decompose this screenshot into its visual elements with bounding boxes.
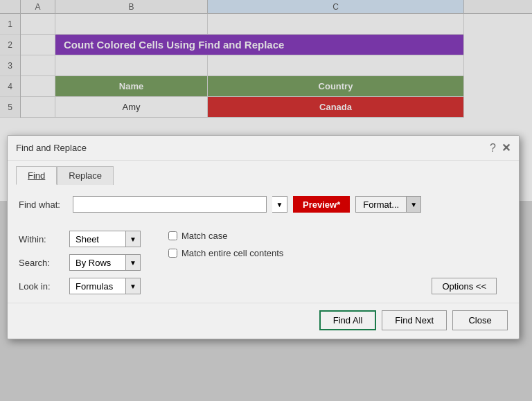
find-next-button[interactable]: Find Next [382, 310, 447, 330]
options-left: Within: Sheet ▼ Search: By Rows ▼ Look i… [19, 231, 141, 294]
search-select[interactable]: By Rows ▼ [69, 254, 141, 271]
find-what-input[interactable] [73, 196, 267, 213]
look-in-row: Look in: Formulas ▼ [19, 278, 141, 294]
match-case-label: Match case [181, 231, 227, 241]
look-in-value: Formulas [70, 281, 125, 292]
form-area: Find what: ▼ Preview* Format... ▼ [8, 185, 519, 231]
look-in-arrow-icon: ▼ [125, 278, 140, 294]
close-button[interactable]: Close [452, 310, 508, 330]
options-area: Within: Sheet ▼ Search: By Rows ▼ Look i… [8, 231, 519, 303]
search-value: By Rows [70, 258, 125, 268]
bottom-btn-row: Find All Find Next Close [8, 303, 519, 339]
find-all-button[interactable]: Find All [319, 310, 377, 330]
search-row: Search: By Rows ▼ [19, 254, 141, 271]
find-what-dropdown[interactable]: ▼ [272, 196, 287, 213]
format-button-label: Format... [356, 197, 407, 212]
options-right: Match case Match entire cell contents [168, 231, 283, 294]
look-in-label: Look in: [19, 281, 64, 292]
within-label: Within: [19, 234, 64, 244]
dialog-title: Find and Replace [16, 143, 87, 153]
format-arrow-icon[interactable]: ▼ [407, 197, 420, 212]
match-entire-row: Match entire cell contents [168, 248, 283, 258]
within-row: Within: Sheet ▼ [19, 231, 141, 247]
match-entire-label: Match entire cell contents [181, 248, 283, 258]
find-replace-dialog: Find and Replace ? ✕ Find Replace Find w… [7, 135, 520, 339]
match-case-row: Match case [168, 231, 283, 241]
within-select[interactable]: Sheet ▼ [69, 231, 141, 247]
options-button[interactable]: Options << [432, 278, 497, 294]
look-in-select[interactable]: Formulas ▼ [69, 278, 141, 294]
match-entire-checkbox[interactable] [168, 249, 177, 258]
find-what-label: Find what: [19, 199, 67, 210]
dialog-controls: ? ✕ [490, 141, 511, 154]
find-what-row: Find what: ▼ Preview* Format... ▼ [19, 196, 508, 213]
search-arrow-icon: ▼ [125, 255, 140, 270]
match-case-checkbox[interactable] [168, 231, 177, 240]
tab-replace[interactable]: Replace [57, 166, 114, 185]
within-arrow-icon: ▼ [125, 231, 140, 247]
preview-button[interactable]: Preview* [293, 196, 350, 213]
dialog-titlebar: Find and Replace ? ✕ [8, 136, 519, 161]
tab-row: Find Replace [8, 161, 519, 185]
format-button[interactable]: Format... ▼ [355, 196, 421, 213]
tab-find[interactable]: Find [16, 166, 57, 185]
search-label: Search: [19, 258, 64, 268]
close-icon[interactable]: ✕ [502, 141, 511, 154]
within-value: Sheet [70, 234, 125, 244]
help-button[interactable]: ? [490, 142, 496, 154]
